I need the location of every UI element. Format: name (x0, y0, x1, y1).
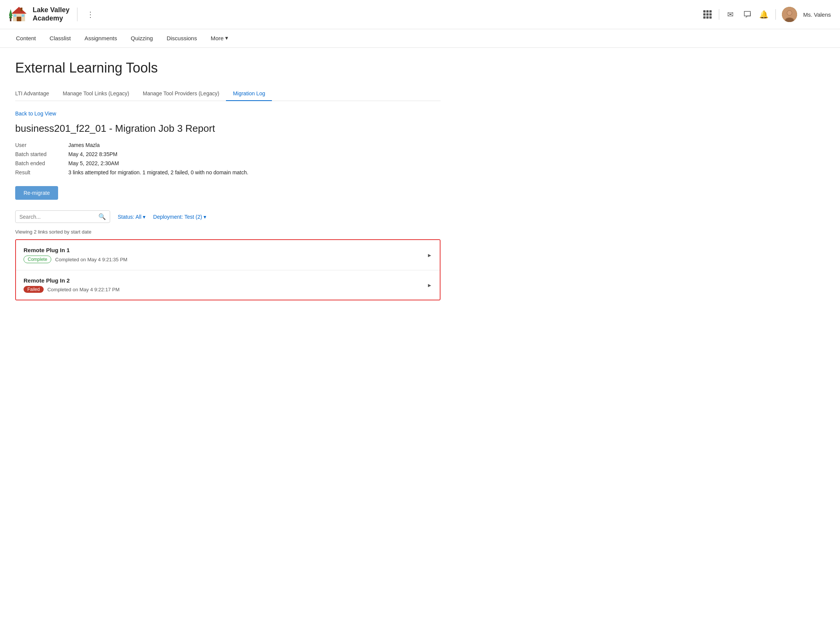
header-right: ✉ 🔔 Ms. Valens (702, 7, 831, 22)
svg-marker-1 (11, 7, 27, 14)
list-item: Remote Plug In 1 Complete Completed on M… (16, 240, 440, 270)
chat-icon[interactable] (742, 9, 753, 20)
report-meta: User James Mazla Batch started May 4, 20… (15, 142, 441, 175)
nav-item-quizzing[interactable]: Quizzing (124, 30, 159, 47)
search-filter-row: 🔍 Status: All ▾ Deployment: Test (2) ▾ (15, 210, 441, 223)
nav-item-assignments[interactable]: Assignments (77, 30, 124, 47)
chevron-down-icon: ▾ (225, 35, 228, 41)
meta-value-batch-ended: May 5, 2022, 2:30AM (68, 160, 441, 166)
dots-menu-icon[interactable]: ⋮ (85, 9, 96, 20)
grid-apps-icon[interactable] (702, 9, 713, 20)
tabs-container: LTI Advantage Manage Tool Links (Legacy)… (15, 87, 441, 101)
result-item-name-1: Remote Plug In 1 (24, 247, 427, 253)
tab-lti-advantage[interactable]: LTI Advantage (15, 87, 56, 101)
expand-icon-1[interactable]: ► (427, 252, 432, 258)
remigrate-button[interactable]: Re-migrate (15, 186, 58, 200)
svg-marker-8 (9, 9, 13, 16)
search-icon[interactable]: 🔍 (98, 213, 106, 220)
result-item-meta-2: Failed Completed on May 4 9:22:17 PM (24, 286, 427, 293)
badge-complete-1: Complete (24, 256, 51, 263)
back-to-log-view-link[interactable]: Back to Log View (15, 111, 56, 117)
school-name: Lake ValleyAcademy (33, 6, 69, 22)
svg-rect-6 (10, 18, 11, 21)
svg-rect-2 (21, 8, 22, 11)
avatar[interactable] (782, 7, 797, 22)
result-item-date-2: Completed on May 4 9:22:17 PM (47, 287, 120, 292)
status-filter-button[interactable]: Status: All ▾ (118, 214, 145, 220)
page-title: External Learning Tools (15, 60, 441, 76)
meta-label-result: Result (15, 169, 68, 175)
header: Lake ValleyAcademy ⋮ ✉ 🔔 (0, 0, 840, 29)
user-name-label: Ms. Valens (803, 11, 831, 18)
expand-icon-2[interactable]: ► (427, 282, 432, 288)
results-container: Remote Plug In 1 Complete Completed on M… (15, 239, 441, 300)
search-box: 🔍 (15, 210, 110, 223)
search-input[interactable] (19, 214, 95, 220)
result-item-left-1: Remote Plug In 1 Complete Completed on M… (24, 247, 427, 263)
badge-failed-2: Failed (24, 286, 44, 293)
meta-value-user: James Mazla (68, 142, 441, 148)
meta-value-batch-started: May 4, 2022 8:35PM (68, 151, 441, 157)
nav-item-discussions[interactable]: Discussions (160, 30, 204, 47)
nav-item-more[interactable]: More ▾ (204, 29, 235, 47)
main-nav: Content Classlist Assignments Quizzing D… (0, 29, 840, 48)
report-title: business201_f22_01 - Migration Job 3 Rep… (15, 123, 441, 134)
viewing-info: Viewing 2 links sorted by start date (15, 229, 441, 235)
icon-divider-1 (719, 9, 719, 20)
deployment-filter-button[interactable]: Deployment: Test (2) ▾ (153, 214, 206, 220)
icon-divider-2 (775, 9, 776, 20)
school-logo[interactable] (9, 4, 29, 25)
result-item-date-1: Completed on May 4 9:21:35 PM (55, 257, 127, 262)
result-item-left-2: Remote Plug In 2 Failed Completed on May… (24, 277, 427, 293)
meta-label-batch-ended: Batch ended (15, 160, 68, 166)
result-item-name-2: Remote Plug In 2 (24, 277, 427, 284)
tab-manage-tool-providers[interactable]: Manage Tool Providers (Legacy) (136, 87, 226, 101)
nav-item-classlist[interactable]: Classlist (43, 30, 78, 47)
list-item: Remote Plug In 2 Failed Completed on May… (16, 270, 440, 300)
nav-item-content[interactable]: Content (9, 30, 43, 47)
meta-label-batch-started: Batch started (15, 151, 68, 157)
chevron-down-icon: ▾ (143, 214, 145, 220)
chevron-down-icon: ▾ (204, 214, 206, 220)
meta-value-result: 3 links attempted for migration. 1 migra… (68, 169, 441, 175)
header-left: Lake ValleyAcademy ⋮ (9, 4, 96, 25)
tab-manage-tool-links[interactable]: Manage Tool Links (Legacy) (56, 87, 136, 101)
svg-point-12 (787, 11, 792, 15)
result-item-meta-1: Complete Completed on May 4 9:21:35 PM (24, 256, 427, 263)
tab-migration-log[interactable]: Migration Log (226, 87, 272, 101)
mail-icon[interactable]: ✉ (725, 9, 736, 20)
svg-rect-3 (17, 17, 21, 21)
meta-label-user: User (15, 142, 68, 148)
svg-rect-5 (22, 14, 24, 17)
svg-rect-4 (14, 14, 16, 17)
page-content: External Learning Tools LTI Advantage Ma… (0, 48, 456, 313)
header-divider (77, 8, 77, 21)
bell-icon[interactable]: 🔔 (759, 9, 769, 20)
